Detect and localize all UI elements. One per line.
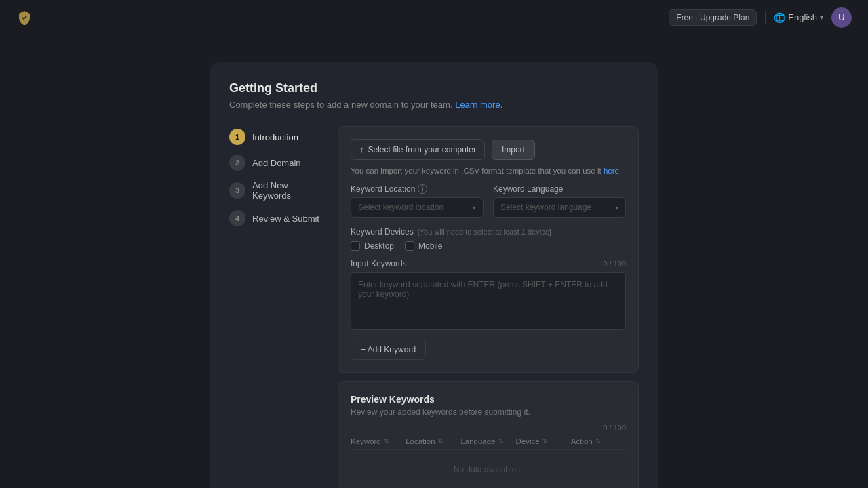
import-button[interactable]: Import bbox=[492, 140, 535, 160]
step-2-add-domain[interactable]: 2 Add Domain bbox=[229, 155, 324, 171]
page-subtitle: Complete these steps to add a new domain… bbox=[229, 100, 639, 110]
step-3-number: 3 bbox=[229, 182, 245, 199]
table-header: Keyword ⇅ Location ⇅ Language ⇅ Device bbox=[351, 437, 626, 450]
upgrade-button[interactable]: Free · Upgrade Plan bbox=[669, 9, 757, 26]
keyword-language-group: Keyword Language Select keyword language… bbox=[493, 184, 626, 218]
upload-icon: ↑ bbox=[359, 144, 364, 155]
chevron-down-icon: ▾ bbox=[820, 14, 823, 21]
keywords-textarea[interactable] bbox=[351, 272, 626, 330]
logo-icon bbox=[16, 9, 33, 26]
input-keywords-label: Input Keywords bbox=[351, 259, 407, 268]
desktop-checkbox-item[interactable]: Desktop bbox=[351, 241, 394, 251]
sort-icon-keyword: ⇅ bbox=[384, 438, 389, 445]
preview-title: Preview Keywords bbox=[351, 394, 626, 405]
step-4-review[interactable]: 4 Review & Submit bbox=[229, 210, 324, 226]
template-link[interactable]: here. bbox=[604, 167, 621, 175]
desktop-checkbox[interactable] bbox=[351, 241, 360, 251]
sort-icon-location: ⇅ bbox=[438, 438, 443, 445]
topnav-right: Free · Upgrade Plan 🌐 English ▾ U bbox=[669, 7, 852, 28]
th-action: Action ⇅ bbox=[571, 437, 626, 445]
page-card: Getting Started Complete these steps to … bbox=[210, 62, 658, 488]
sort-icon-device: ⇅ bbox=[542, 438, 548, 445]
th-language: Language ⇅ bbox=[460, 437, 515, 445]
keywords-count: 0 / 100 bbox=[603, 260, 626, 268]
th-location: Location ⇅ bbox=[406, 437, 460, 445]
step-1-label: Introduction bbox=[252, 132, 298, 142]
topnav: Free · Upgrade Plan 🌐 English ▾ U bbox=[0, 0, 868, 35]
step-3-add-keywords[interactable]: 3 Add New Keywords bbox=[229, 180, 324, 201]
step-1-introduction[interactable]: 1 Introduction bbox=[229, 129, 324, 145]
preview-count: 0 / 100 bbox=[351, 424, 626, 432]
th-keyword: Keyword ⇅ bbox=[351, 437, 406, 445]
step-1-number: 1 bbox=[229, 129, 245, 145]
right-panel: ↑ Select file from your computer Import … bbox=[338, 126, 639, 488]
location-language-row: Keyword Location i Select keyword locati… bbox=[351, 184, 626, 218]
sort-icon-action: ⇅ bbox=[595, 438, 601, 445]
no-data-message: No data available... bbox=[351, 454, 626, 485]
steps-list: 1 Introduction 2 Add Domain 3 Add New Ke… bbox=[229, 126, 324, 488]
keyword-devices-row: Keyword Devices [You will need to select… bbox=[351, 227, 626, 251]
learn-more-link[interactable]: Learn more. bbox=[455, 100, 502, 110]
page-title: Getting Started bbox=[229, 81, 639, 96]
step-4-label: Review & Submit bbox=[252, 214, 319, 224]
location-info-icon[interactable]: i bbox=[418, 184, 427, 194]
mobile-checkbox[interactable] bbox=[405, 241, 414, 251]
select-chevron-icon: ▾ bbox=[473, 204, 476, 211]
keyword-location-group: Keyword Location i Select keyword locati… bbox=[351, 184, 484, 218]
th-device: Device ⇅ bbox=[516, 437, 571, 445]
device-checkboxes: Desktop Mobile bbox=[351, 241, 626, 251]
keyword-location-label: Keyword Location i bbox=[351, 184, 484, 194]
keyword-location-select[interactable]: Select keyword location ▾ bbox=[351, 197, 484, 218]
keywords-header: Input Keywords 0 / 100 bbox=[351, 259, 626, 268]
content-area: 1 Introduction 2 Add Domain 3 Add New Ke… bbox=[229, 126, 639, 488]
preview-panel: Preview Keywords Review your added keywo… bbox=[338, 381, 639, 488]
import-row: ↑ Select file from your computer Import bbox=[351, 139, 626, 160]
select-chevron-icon-2: ▾ bbox=[615, 204, 618, 211]
mobile-checkbox-item[interactable]: Mobile bbox=[405, 241, 442, 251]
desktop-label: Desktop bbox=[364, 241, 394, 251]
import-panel: ↑ Select file from your computer Import … bbox=[338, 126, 639, 373]
select-file-button[interactable]: ↑ Select file from your computer bbox=[351, 139, 485, 160]
language-selector[interactable]: 🌐 English ▾ bbox=[774, 12, 823, 23]
step-2-label: Add Domain bbox=[252, 158, 301, 168]
globe-icon: 🌐 bbox=[774, 12, 785, 23]
keyword-devices-label: Keyword Devices [You will need to select… bbox=[351, 227, 626, 237]
sort-icon-language: ⇅ bbox=[498, 438, 504, 445]
step-4-number: 4 bbox=[229, 210, 245, 226]
lang-label: English bbox=[788, 12, 817, 22]
main-layout: Getting Started Complete these steps to … bbox=[0, 35, 868, 488]
avatar[interactable]: U bbox=[831, 7, 852, 28]
mobile-label: Mobile bbox=[418, 241, 442, 251]
import-hint: You can import your keyword in .CSV form… bbox=[351, 167, 626, 175]
topnav-left bbox=[16, 9, 33, 26]
preview-subtitle: Review your added keywords before submit… bbox=[351, 407, 626, 417]
keyword-language-label: Keyword Language bbox=[493, 184, 626, 194]
nav-divider bbox=[765, 11, 766, 24]
add-keyword-button[interactable]: + Add Keyword bbox=[351, 340, 426, 360]
step-3-label: Add New Keywords bbox=[252, 180, 324, 201]
keyword-language-select[interactable]: Select keyword language ▾ bbox=[493, 197, 626, 218]
step-2-number: 2 bbox=[229, 155, 245, 171]
